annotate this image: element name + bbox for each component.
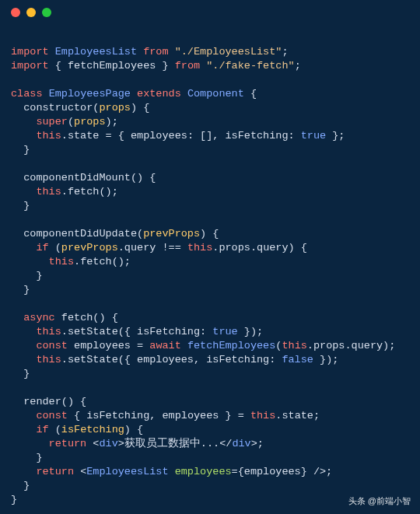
watermark-handle: @前端小智 xyxy=(368,496,411,505)
maximize-icon[interactable] xyxy=(42,8,51,17)
watermark-prefix: 头条 xyxy=(348,496,366,505)
minimize-icon[interactable] xyxy=(26,8,36,17)
close-icon[interactable] xyxy=(11,8,20,17)
code-block: import EmployeesList from "./EmployeesLi… xyxy=(0,31,420,507)
jsx-text-loading: 获取员工数据中... xyxy=(124,438,219,449)
keyword-import: import xyxy=(11,46,49,58)
watermark: 头条 @前端小智 xyxy=(348,494,411,508)
window-controls xyxy=(0,8,420,17)
code-window: import EmployeesList from "./EmployeesLi… xyxy=(0,0,420,507)
